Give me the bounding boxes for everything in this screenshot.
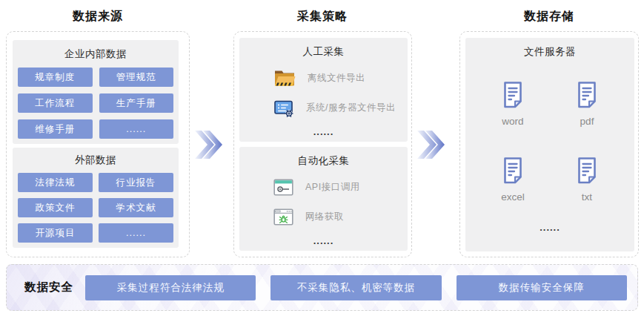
- column-header-data-storage: 数据存储: [497, 9, 601, 24]
- data-storage-panel: 文件服务器 word: [459, 31, 639, 257]
- security-item: 数据传输安全保障: [457, 275, 627, 300]
- internal-item: 规章制度: [18, 68, 93, 87]
- external-item: 学术文献: [99, 198, 173, 217]
- file-server-title: 文件服务器: [465, 38, 634, 59]
- folder-icon: [273, 69, 296, 88]
- strategy-row: 系统/服务器文件导出: [239, 98, 408, 118]
- file-type: excel: [501, 157, 525, 203]
- strategy-row: 离线文件导出: [239, 68, 408, 88]
- document-icon: [576, 157, 598, 188]
- external-item: 法律法规: [18, 173, 93, 192]
- more-ellipsis: ......: [239, 126, 408, 137]
- strategy-row: 网络获取: [239, 207, 408, 227]
- internal-item: 维修手册: [18, 119, 93, 139]
- flow-arrow-icon: [416, 128, 445, 162]
- strategy-panel: 人工采集 离线文件导出: [233, 31, 412, 257]
- web-crawler-icon: [273, 208, 293, 226]
- external-data-title: 外部数据: [13, 148, 179, 167]
- security-items: 采集过程符合法律法规 不采集隐私、机密等数据 数据传输安全保障: [85, 275, 627, 300]
- file-server-card: 文件服务器 word: [465, 38, 634, 251]
- file-type-label: excel: [501, 191, 525, 203]
- document-icon: [502, 81, 524, 112]
- file-type-label: word: [502, 116, 523, 127]
- auto-collection-card: 自动化采集 API接口调用: [239, 147, 408, 251]
- file-type-label: txt: [582, 191, 592, 203]
- more-ellipsis: ......: [239, 235, 408, 246]
- file-type-grid: word pdf: [465, 81, 634, 203]
- external-item: 行业报告: [99, 173, 173, 192]
- data-source-panel: 企业内部数据 规章制度 管理规范 工作流程 生产手册 维修手册 ...... 外…: [6, 31, 190, 257]
- internal-data-title: 企业内部数据: [13, 40, 179, 61]
- more-ellipsis: ......: [465, 222, 634, 233]
- internal-data-card: 企业内部数据 规章制度 管理规范 工作流程 生产手册 维修手册 ......: [13, 40, 179, 144]
- strategy-row-label: 系统/服务器文件导出: [306, 102, 396, 114]
- external-item: 开源项目: [18, 223, 93, 243]
- file-type-label: pdf: [580, 116, 594, 127]
- data-security-bar: 数据安全 采集过程符合法律法规 不采集隐私、机密等数据 数据传输安全保障: [6, 264, 638, 311]
- manual-collection-title: 人工采集: [239, 38, 408, 59]
- column-header-data-source: 数据来源: [46, 9, 150, 24]
- auto-collection-title: 自动化采集: [239, 147, 408, 168]
- file-type: pdf: [576, 81, 598, 127]
- document-icon: [576, 81, 598, 112]
- file-type: word: [502, 81, 524, 127]
- file-type: txt: [576, 157, 598, 203]
- system-server-icon: [273, 99, 294, 118]
- internal-item: 管理规范: [99, 68, 174, 87]
- document-icon: [502, 157, 524, 188]
- api-icon: [273, 179, 293, 196]
- strategy-row-label: 离线文件导出: [308, 72, 365, 85]
- security-item: 不采集隐私、机密等数据: [270, 275, 441, 300]
- strategy-row-label: 网络获取: [305, 211, 344, 223]
- external-data-card: 外部数据 法律法规 行业报告 政策文件 学术文献 开源项目 ......: [13, 148, 179, 248]
- internal-data-grid: 规章制度 管理规范 工作流程 生产手册 维修手册 ......: [13, 61, 179, 139]
- internal-item: 生产手册: [99, 93, 174, 113]
- strategy-row-label: API接口调用: [305, 181, 360, 194]
- data-security-label: 数据安全: [24, 280, 85, 295]
- security-item: 采集过程符合法律法规: [85, 275, 256, 300]
- column-header-strategy: 采集策略: [270, 9, 374, 24]
- external-data-grid: 法律法规 行业报告 政策文件 学术文献 开源项目 ......: [13, 167, 179, 243]
- strategy-row: API接口调用: [239, 177, 408, 197]
- flow-arrow-icon: [194, 128, 222, 162]
- manual-collection-card: 人工采集 离线文件导出: [239, 38, 408, 142]
- external-item: 政策文件: [18, 198, 93, 217]
- external-item-more: ......: [99, 223, 173, 243]
- internal-item-more: ......: [99, 119, 174, 139]
- internal-item: 工作流程: [18, 93, 93, 113]
